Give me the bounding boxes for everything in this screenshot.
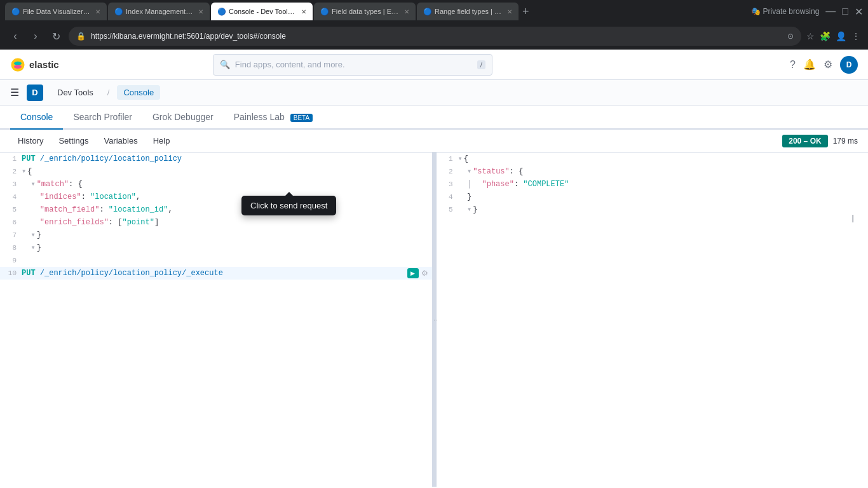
- maximize-button[interactable]: □: [842, 6, 848, 17]
- private-browsing-indicator: 🎭 Private browsing: [751, 7, 820, 16]
- sub-toolbar: History Settings Variables Help 200 – OK…: [0, 130, 868, 152]
- fold-output-2[interactable]: ▾: [467, 167, 471, 176]
- history-button[interactable]: History: [10, 132, 51, 149]
- address-bar-row: ‹ › ↻ 🔒 https://kibana.evermight.net:560…: [0, 23, 868, 50]
- help-button[interactable]: Help: [146, 132, 178, 149]
- request-actions: ▶ ⚙: [407, 268, 428, 278]
- address-bar[interactable]: 🔒 https://kibana.evermight.net:5601/app/…: [69, 27, 801, 46]
- global-search[interactable]: 🔍 Find apps, content, and more. /: [213, 54, 492, 76]
- search-icon: 🔍: [220, 60, 230, 69]
- dev-tools-tabs: Console Search Profiler Grok Debugger Pa…: [0, 105, 868, 130]
- status-area: 200 – OK 179 ms: [782, 135, 858, 147]
- tab-search-profiler[interactable]: Search Profiler: [63, 105, 142, 130]
- tooltip: Click to send request: [241, 196, 336, 215]
- breadcrumb-console[interactable]: Console: [117, 85, 160, 100]
- settings-icon[interactable]: ⚙: [824, 58, 832, 71]
- tabs-container: 🔵 File Data Visualizer - Mac... ✕ 🔵 Inde…: [5, 3, 863, 20]
- fold-output-5[interactable]: ▾: [467, 205, 471, 214]
- fold-line8[interactable]: ▾: [31, 243, 35, 252]
- status-time: 179 ms: [833, 137, 858, 146]
- close-window-button[interactable]: ✕: [855, 6, 863, 18]
- editor-line-9: 9: [0, 254, 432, 267]
- browser-tab-4[interactable]: 🔵 Field data types | Elastic Se... ✕: [314, 3, 416, 20]
- editor-line-1: 1 PUT /_enrich/policy/location_policy: [0, 152, 432, 165]
- fold-line2[interactable]: ▾: [22, 167, 26, 176]
- output-line-3: 3 │ "phase": "COMPLETE": [437, 178, 869, 191]
- output-line-1: 1 ▾{: [437, 152, 869, 165]
- svg-point-1: [14, 61, 22, 65]
- address-text: https://kibana.evermight.net:5601/app/de…: [91, 32, 782, 41]
- voice-search-icon[interactable]: ⊙: [787, 32, 794, 41]
- breadcrumb-dev-tools[interactable]: Dev Tools: [51, 85, 100, 100]
- browser-tab-5[interactable]: 🔵 Range field types | Elastic... ✕: [417, 3, 519, 20]
- app-header: ☰ D Dev Tools / Console: [0, 80, 868, 105]
- editor-line-2: 2 ▾{: [0, 165, 432, 178]
- editor-line-3: 3 ▾"match": {: [0, 178, 432, 191]
- fold-line7[interactable]: ▾: [31, 231, 35, 240]
- editor-line-5: 5 "match_field": "location_id",: [0, 203, 432, 216]
- browser-tab-2[interactable]: 🔵 Index Management - Ela... ✕: [108, 3, 210, 20]
- header-actions: ? 🔔 ⚙ D: [790, 56, 858, 74]
- request-settings-button[interactable]: ⚙: [421, 269, 428, 278]
- variables-button[interactable]: Variables: [96, 132, 145, 149]
- editor-line-7: 7 ▾}: [0, 229, 432, 241]
- editor-line-6: 6 "enrich_fields": ["point"]: [0, 216, 432, 229]
- close-tab-4[interactable]: ✕: [404, 8, 409, 15]
- tab-grok-debugger[interactable]: Grok Debugger: [142, 105, 224, 130]
- avatar[interactable]: D: [840, 56, 858, 74]
- send-request-button[interactable]: ▶: [407, 268, 419, 278]
- menu-icon[interactable]: ⋮: [851, 31, 860, 41]
- bookmarks-icon[interactable]: ☆: [806, 31, 815, 41]
- browser-tab-3[interactable]: 🔵 Console - Dev Tools - Ela... ✕: [211, 3, 313, 20]
- status-code: 200 – OK: [782, 135, 827, 147]
- output-line-2: 2 ▾"status": {: [437, 165, 869, 178]
- search-shortcut: /: [477, 60, 485, 69]
- lock-icon: 🔒: [76, 32, 86, 41]
- notifications-icon[interactable]: 🔔: [803, 58, 816, 71]
- elastic-logo[interactable]: elastic: [10, 57, 59, 72]
- editor-line-10: 10 PUT /_enrich/policy/location_policy/_…: [0, 267, 432, 280]
- editor-pane[interactable]: 1 PUT /_enrich/policy/location_policy 2 …: [0, 152, 433, 487]
- editor-container: 1 PUT /_enrich/policy/location_policy 2 …: [0, 152, 868, 487]
- close-tab-3[interactable]: ✕: [301, 8, 306, 15]
- tab-console[interactable]: Console: [10, 105, 63, 130]
- editor-line-4: 4 "indices": "location",: [0, 191, 432, 203]
- close-tab-5[interactable]: ✕: [507, 8, 512, 15]
- output-line-4: 4 }: [437, 191, 869, 203]
- output-pane: 1 ▾{ 2 ▾"status": { 3 │ "phase": "COMPLE…: [437, 152, 869, 487]
- close-tab-1[interactable]: ✕: [95, 8, 100, 15]
- extensions-icon[interactable]: 🧩: [820, 31, 831, 41]
- new-tab-button[interactable]: +: [522, 5, 529, 18]
- output-line-5: 5 ▾}: [437, 203, 869, 216]
- editor-line-8: 8 ▾}: [0, 241, 432, 254]
- beta-badge: BETA: [290, 114, 313, 122]
- elastic-logo-text: elastic: [29, 59, 59, 70]
- search-placeholder: Find apps, content, and more.: [235, 60, 472, 69]
- kibana-header: elastic 🔍 Find apps, content, and more. …: [0, 50, 868, 80]
- minimize-button[interactable]: —: [825, 6, 836, 17]
- settings-button[interactable]: Settings: [51, 132, 96, 149]
- fold-line3[interactable]: ▾: [31, 180, 35, 189]
- back-button[interactable]: ‹: [8, 30, 23, 42]
- profile-icon[interactable]: 👤: [836, 31, 846, 41]
- breadcrumb-badge: D: [27, 85, 43, 101]
- tab-painless-lab[interactable]: Painless Lab BETA: [224, 105, 323, 130]
- svg-point-2: [14, 65, 22, 69]
- browser-tab-bar: 🔵 File Data Visualizer - Mac... ✕ 🔵 Inde…: [0, 0, 868, 23]
- forward-button[interactable]: ›: [28, 30, 43, 42]
- elastic-logo-icon: [10, 57, 25, 72]
- close-tab-2[interactable]: ✕: [198, 8, 203, 15]
- hamburger-icon[interactable]: ☰: [10, 86, 19, 98]
- browser-tab-1[interactable]: 🔵 File Data Visualizer - Mac... ✕: [5, 3, 107, 20]
- fold-output-1[interactable]: ▾: [458, 154, 463, 163]
- browser-actions: ☆ 🧩 👤 ⋮: [806, 31, 860, 41]
- help-icon[interactable]: ?: [790, 59, 796, 71]
- reload-button[interactable]: ↻: [48, 30, 64, 43]
